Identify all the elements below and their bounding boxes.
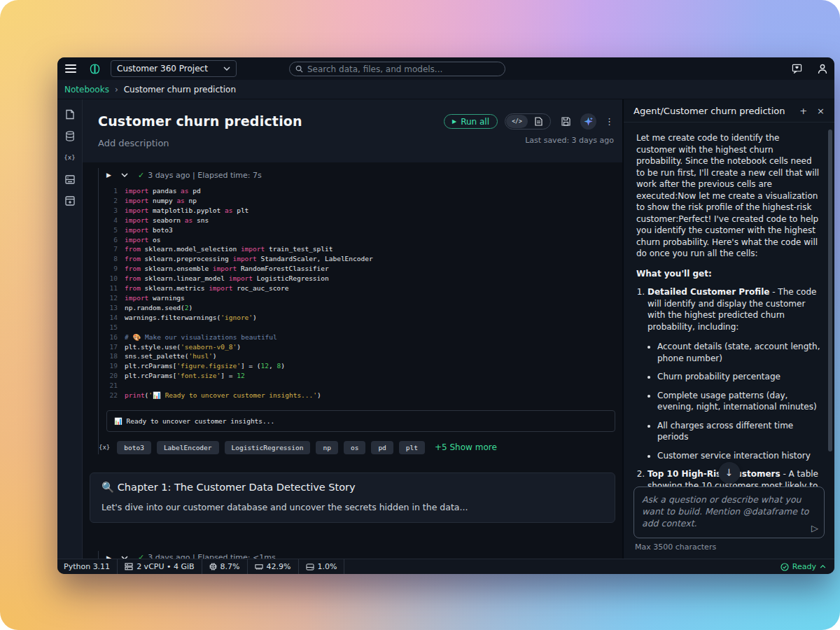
panel-scrollbar[interactable] [828,130,832,451]
scroll-to-bottom-button[interactable]: ↓ [718,462,740,484]
code-line[interactable]: 20plt.rcParams['font.size'] = 12 [106,371,617,381]
code-line[interactable]: 21 [106,381,617,391]
code-line[interactable]: 12import warnings [106,293,617,303]
ready-status[interactable]: Ready [780,562,834,571]
code-line[interactable]: 11from sklearn.metrics import roc_auc_sc… [106,284,617,293]
success-check-icon: ✓ [138,553,144,559]
code-line[interactable]: 1import pandas as pd [106,186,617,196]
variable-tag[interactable]: boto3 [117,441,151,454]
ai-assistant-button[interactable] [580,113,596,130]
sparkle-icon [583,116,594,127]
code-editor[interactable]: 1import pandas as pd2import numpy as np3… [106,186,617,400]
variable-tag[interactable]: plt [399,441,425,454]
hamburger-menu-icon[interactable] [57,57,84,80]
variable-tag[interactable]: np [316,441,337,454]
variable-tag[interactable]: os [344,441,365,454]
breadcrumb-current: Customer churn prediction [124,85,236,94]
code-line[interactable]: 3import matplotlib.pyplot as plt [106,206,617,216]
left-icon-rail: {x} [57,99,83,559]
search-placeholder: Search data, files, and models... [307,64,442,74]
code-view-toggle[interactable]: </> [506,115,528,128]
notebook-header: Customer churn prediction Add descriptio… [83,99,622,162]
chevron-down-icon [223,66,230,71]
show-more-link[interactable]: +5 Show more [435,442,497,452]
agent-bullet-item: Complete usage patterns (day, evening, n… [657,390,820,413]
code-line[interactable]: 7from sklearn.model_selection import tra… [106,244,617,254]
breadcrumb-notebooks-link[interactable]: Notebooks [64,85,109,94]
run-all-button[interactable]: ▶ Run all [444,114,498,129]
project-name: Customer 360 Project [117,64,208,74]
cpu-usage[interactable]: 8.7% [202,559,248,574]
disk-usage[interactable]: 1.0% [299,559,345,574]
markdown-heading: 🔍 Chapter 1: The Customer Data Detective… [102,482,603,493]
memory-usage[interactable]: 42.9% [248,559,299,574]
agent-bullet-item: Customer service interaction history [657,450,820,462]
code-line[interactable]: 13np.random.seed(2) [106,303,617,313]
database-icon[interactable] [64,130,76,142]
code-line[interactable]: 17plt.style.use('seaborn-v0_8') [106,342,617,352]
server-icon [125,563,133,570]
prompt-placeholder: Ask a question or describe what you want… [642,493,816,529]
app-logo-icon[interactable] [84,63,105,75]
compute-status[interactable]: 2 vCPU • 4 GiB [118,559,202,574]
more-options-button[interactable]: ⋮ [603,116,615,127]
code-line[interactable]: 19plt.rcParams['figure.figsize'] = (12, … [106,361,617,371]
variable-tag[interactable]: LogisticRegression [225,441,311,454]
run-cell-button[interactable]: ▶ [106,172,111,178]
chevron-up-icon [820,565,826,568]
agent-panel: Agent/Customer churn prediction + × Let … [622,99,834,559]
code-line[interactable]: 14warnings.filterwarnings('ignore') [106,313,617,323]
code-line[interactable]: 8from sklearn.preprocessing import Stand… [106,254,617,264]
file-icon[interactable] [64,108,76,120]
cell-chevron-down-icon[interactable] [121,173,128,177]
save-button[interactable] [558,114,573,130]
code-line[interactable]: 16# 🎨 Make our visualizations beautiful [106,332,617,342]
code-line[interactable]: 2import numpy as np [106,196,617,206]
disk-icon [306,564,314,570]
max-characters-label: Max 3500 characters [635,542,823,552]
agent-prompt-input[interactable]: Ask a question or describe what you want… [634,486,825,538]
cell-meta: 3 days ago | Elapsed time: 7s [148,171,262,180]
search-input[interactable]: Search data, files, and models... [289,62,505,76]
code-line[interactable]: 18sns.set_palette('husl') [106,351,617,361]
agent-bullet-item: Churn probability percentage [657,371,820,383]
variable-tag[interactable]: pd [371,441,393,454]
breadcrumb-separator: › [115,85,118,94]
code-line[interactable]: 6import os [106,235,617,245]
success-check-icon: ✓ [138,171,144,180]
variables-icon: {x} [99,444,110,451]
agent-chat-transcript[interactable]: Let me create code to identify the custo… [624,122,834,486]
close-panel-button[interactable]: × [817,106,825,116]
agent-panel-title: Agent/Customer churn prediction [634,106,790,116]
agent-message: Let me create code to identify the custo… [636,132,820,260]
code-line[interactable]: 22print('📊 Ready to uncover customer ins… [106,391,617,400]
code-line[interactable]: 9from sklearn.ensemble import RandomFore… [106,264,617,274]
variable-tag[interactable]: LabelEncoder [157,441,219,454]
top-bar: Customer 360 Project Search data, files,… [57,57,834,80]
send-button[interactable]: ▷ [811,523,818,533]
run-cell-button[interactable]: ▶ [106,554,111,559]
notebook-main: Customer churn prediction Add descriptio… [83,99,622,559]
package-add-icon[interactable] [64,195,76,207]
code-line[interactable]: 10from sklearn.linear_model import Logis… [106,274,617,284]
markdown-body: Let's dive into our customer database an… [102,502,603,512]
kernel-status[interactable]: Python 3.11 [57,559,118,574]
markdown-cell[interactable]: 🔍 Chapter 1: The Customer Data Detective… [90,472,615,523]
search-icon [295,65,303,73]
user-profile-icon[interactable] [818,64,827,74]
variables-icon[interactable]: {x} [64,151,76,164]
cell-chevron-down-icon[interactable] [121,556,128,559]
arrow-down-icon: ↓ [725,467,734,479]
code-line[interactable]: 5import boto3 [106,225,617,235]
new-chat-button[interactable]: + [799,106,807,116]
layout-icon[interactable] [64,173,76,186]
feedback-icon[interactable] [792,64,802,74]
project-selector[interactable]: Customer 360 Project [111,60,237,77]
status-bar: Python 3.11 2 vCPU • 4 GiB 8.7% 42.9% 1.… [57,559,834,574]
doc-view-toggle[interactable] [528,115,550,128]
variable-tag-row: {x} boto3LabelEncoderLogisticRegressionn… [99,441,617,454]
notebook-scroll-area[interactable]: ▶ ✓ 3 days ago | Elapsed time: 7s 1impor… [83,162,622,559]
code-line[interactable]: 4import seaborn as sns [106,216,617,225]
agent-bullet-item: Account details (state, account length, … [657,341,820,364]
code-line[interactable]: 15 [106,323,617,332]
